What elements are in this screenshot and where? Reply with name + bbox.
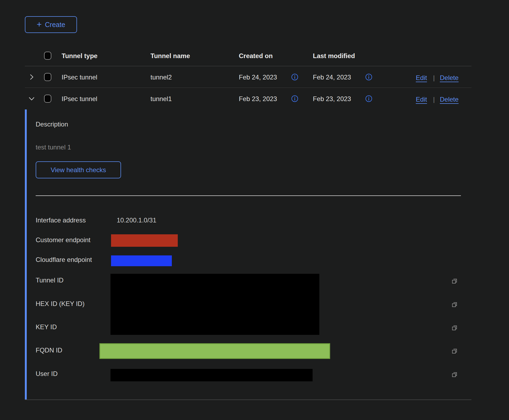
chevron-down-icon[interactable] xyxy=(28,95,35,102)
column-header-tunnel-type: Tunnel type xyxy=(62,53,98,59)
last-modified-cell: Feb 23, 2023 xyxy=(313,96,351,102)
edit-link[interactable]: Edit xyxy=(416,96,427,103)
cloudflare-endpoint-label: Cloudflare endpoint xyxy=(36,256,92,263)
table-row: IPsec tunnel tunnel2 Feb 24, 2023 Feb 24… xyxy=(25,66,471,88)
copy-icon[interactable] xyxy=(451,301,458,309)
tunnel-id-hex-key-redacted-values xyxy=(110,274,319,335)
info-icon[interactable] xyxy=(291,95,298,102)
tunnel-name-cell: tunnel1 xyxy=(150,96,172,102)
view-health-checks-button[interactable]: View health checks xyxy=(36,161,121,178)
tunnel-type-cell: IPsec tunnel xyxy=(62,96,97,102)
action-separator: | xyxy=(433,74,435,82)
column-header-created-on: Created on xyxy=(239,53,273,59)
section-divider xyxy=(36,195,461,196)
select-all-checkbox[interactable] xyxy=(44,52,51,60)
created-on-cell: Feb 23, 2023 xyxy=(239,96,277,102)
table-header-row: Tunnel type Tunnel name Created on Last … xyxy=(25,46,471,66)
user-id-redacted-value xyxy=(110,369,313,381)
customer-endpoint-label: Customer endpoint xyxy=(36,237,91,243)
column-header-last-modified: Last modified xyxy=(313,53,355,59)
user-id-label: User ID xyxy=(36,371,58,377)
tunnel-name-cell: tunnel2 xyxy=(150,74,172,81)
interface-address-value: 10.200.1.0/31 xyxy=(117,217,156,224)
key-id-label: KEY ID xyxy=(36,324,57,330)
tunnel-id-label: Tunnel ID xyxy=(36,277,63,284)
description-value: test tunnel 1 xyxy=(36,144,71,151)
tunnel-type-cell: IPsec tunnel xyxy=(62,74,97,81)
row-checkbox[interactable] xyxy=(44,73,51,81)
copy-icon[interactable] xyxy=(451,324,458,332)
delete-link[interactable]: Delete xyxy=(440,96,458,103)
fqdn-id-label: FQDN ID xyxy=(36,347,62,354)
info-icon[interactable] xyxy=(365,95,372,102)
copy-icon[interactable] xyxy=(451,347,458,355)
column-header-tunnel-name: Tunnel name xyxy=(150,53,190,59)
hex-id-label: HEX ID (KEY ID) xyxy=(36,301,85,307)
created-on-cell: Feb 24, 2023 xyxy=(239,74,277,81)
table-row: IPsec tunnel tunnel1 Feb 23, 2023 Feb 23… xyxy=(25,88,471,109)
create-button-label: Create xyxy=(45,21,65,29)
chevron-right-icon[interactable] xyxy=(28,74,35,81)
edit-link[interactable]: Edit xyxy=(416,74,427,82)
delete-link[interactable]: Delete xyxy=(440,74,458,82)
action-separator: | xyxy=(433,96,435,103)
cloudflare-endpoint-redacted-value xyxy=(111,255,172,266)
description-label: Description xyxy=(36,121,68,128)
customer-endpoint-redacted-value xyxy=(111,234,178,247)
expanded-accent-bar xyxy=(25,109,27,399)
create-button[interactable]: + Create xyxy=(25,16,77,33)
info-icon[interactable] xyxy=(365,74,372,81)
expanded-tunnel-panel: Description test tunnel 1 View health ch… xyxy=(25,109,471,400)
copy-icon[interactable] xyxy=(451,371,458,379)
tunnels-page: + Create Tunnel type Tunnel name Created… xyxy=(0,0,509,420)
copy-icon[interactable] xyxy=(451,277,458,285)
interface-address-label: Interface address xyxy=(36,217,86,224)
info-icon[interactable] xyxy=(291,74,298,81)
last-modified-cell: Feb 24, 2023 xyxy=(313,74,351,81)
fqdn-id-redacted-value xyxy=(99,343,330,359)
row-checkbox[interactable] xyxy=(44,95,51,103)
